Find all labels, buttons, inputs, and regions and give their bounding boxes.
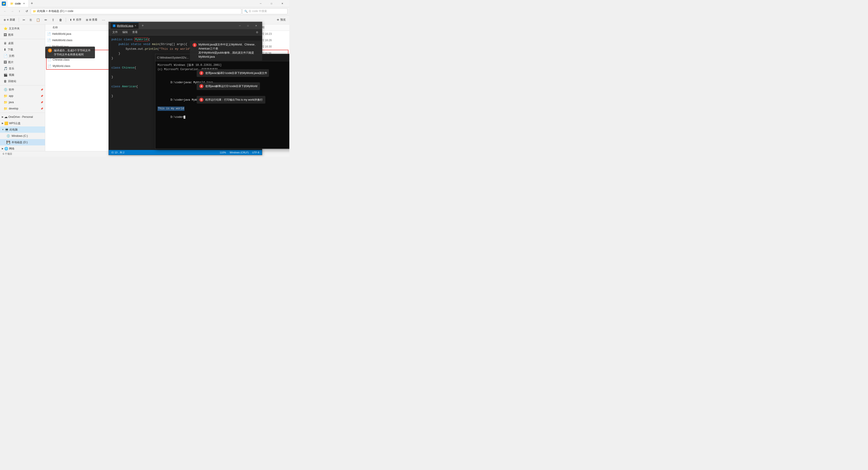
editor-zoom: 110%: [220, 151, 226, 154]
up-btn[interactable]: ↑: [16, 8, 23, 14]
file-name-1: HelloWorld.class: [52, 39, 72, 42]
maximize-btn[interactable]: □: [266, 0, 277, 7]
sidebar-label-videos: 视频: [9, 73, 14, 77]
ann-text-2: 使用javac编译D:\code目录下的MyWorld.java源文件: [205, 71, 267, 75]
explorer-tab[interactable]: 📁 code ✕: [7, 0, 29, 7]
sidebar-item-gallery[interactable]: 🖼 图库: [0, 32, 45, 38]
music-icon: 🎵: [4, 67, 7, 70]
sidebar-item-this-pc[interactable]: ▼ 💻 此电脑: [0, 126, 45, 133]
terminal-line-8: D:\code>: [158, 111, 289, 124]
editor-tab-close-btn[interactable]: ✕: [134, 24, 136, 27]
rename-icon: ✏: [44, 18, 47, 22]
sidebar-label-develop: develop: [9, 107, 18, 110]
ann-circle-3: 3: [48, 49, 52, 53]
forward-btn[interactable]: →: [9, 8, 16, 14]
address-text: 此电脑 > 本地磁盘 (D:) > code: [37, 9, 73, 13]
cut-btn[interactable]: ✂: [21, 16, 27, 24]
sidebar-item-pictures[interactable]: 🖼 图片: [0, 59, 45, 65]
new-tab-btn[interactable]: +: [29, 0, 35, 7]
more-icon: ···: [102, 18, 105, 22]
sidebar-item-local-d[interactable]: 💾 本地磁盘 (D:): [0, 139, 45, 145]
copy-btn[interactable]: ⎘: [28, 16, 33, 24]
sidebar-item-desktop[interactable]: 🖥 桌面: [0, 40, 45, 47]
back-btn[interactable]: ←: [2, 8, 8, 14]
drive-c-icon: 💿: [6, 134, 10, 138]
videos-icon: 🎬: [4, 73, 7, 77]
sidebar-item-wps[interactable]: ▶ 🟨 WPS云盘: [0, 120, 45, 126]
delete-btn[interactable]: 🗑: [57, 16, 64, 24]
annotation-3: 3 编译成功，生成3个字节码文件 字节码文件名和类名相同: [45, 47, 95, 58]
editor-statusbar: 行 13，列 2 110% Windows (CRLF) UTF-8: [109, 150, 262, 155]
preview-toggle[interactable]: 👁 预览: [275, 16, 287, 24]
annotation-5: 5 程序运行结果：打印输出This is my world并换行: [197, 96, 266, 104]
status-count: 6 个项目: [3, 152, 12, 156]
address-bar[interactable]: 📁 此电脑 > 本地磁盘 (D:) > code: [31, 8, 241, 14]
sidebar-item-onedrive[interactable]: ▶ ☁ OneDrive - Personal: [0, 114, 45, 120]
editor-menu-edit[interactable]: 编辑: [121, 30, 129, 35]
sidebar-label-home: 主文件夹: [9, 27, 20, 31]
sidebar-item-documents[interactable]: 📄 文档: [0, 53, 45, 59]
editor-menu-file[interactable]: 文件: [111, 30, 120, 35]
title-bar: 📁 📁 code ✕ + ─ □ ✕: [0, 0, 289, 7]
editor-maximize-btn[interactable]: □: [244, 22, 252, 29]
sidebar-item-windows-c[interactable]: 💿 Windows (C:): [0, 133, 45, 139]
minimize-btn[interactable]: ─: [255, 0, 266, 7]
editor-minimize-btn[interactable]: ─: [236, 22, 244, 29]
sidebar-item-music[interactable]: 🎵 音乐: [0, 65, 45, 72]
chevron-icon2: ▶: [2, 122, 3, 124]
new-btn[interactable]: ⊕ ⊕ 新建: [2, 16, 17, 24]
network-icon: 🌐: [4, 147, 8, 150]
editor-tab[interactable]: J MyWorld.java ✕: [111, 22, 138, 29]
gallery-icon: 🖼: [4, 33, 7, 37]
sidebar-label-onedrive: OneDrive - Personal: [8, 115, 33, 119]
tab-close-btn[interactable]: ✕: [22, 2, 26, 5]
wps-icon: 🟨: [4, 121, 8, 125]
sidebar-item-app[interactable]: 📁 app 📌: [0, 93, 45, 99]
search-bar[interactable]: 🔍 在 code 中搜索: [242, 8, 287, 14]
pictures-icon: 🖼: [4, 60, 7, 64]
sidebar-label-app: app: [9, 94, 13, 97]
sidebar-item-downloads[interactable]: ⬇ 下载: [0, 47, 45, 53]
home-icon: ⭐: [4, 27, 7, 30]
sidebar-item-java[interactable]: 📁 java 📌: [0, 99, 45, 106]
drive-d-icon: 💾: [6, 141, 10, 144]
editor-position: 行 13，列 2: [112, 151, 124, 154]
sort-btn[interactable]: ⬆ ⬆ 排序: [68, 16, 83, 24]
editor-new-tab-btn[interactable]: +: [140, 22, 146, 29]
terminal-line-1: Microsoft Windows [版本 10.0.22631.2861]: [158, 63, 289, 67]
share-btn[interactable]: ⇪: [50, 16, 56, 24]
sidebar-label-software: 软件: [9, 88, 14, 92]
chevron-icon3: ▼: [2, 128, 4, 131]
preview-label: 预览: [280, 18, 286, 22]
sidebar-item-software[interactable]: 💿 软件 📌: [0, 86, 45, 93]
sidebar-item-network[interactable]: ▶ 🌐 网络: [0, 145, 45, 151]
more-btn[interactable]: ···: [100, 16, 107, 24]
sidebar-item-recycle[interactable]: 🗑 回收站: [0, 78, 45, 84]
sort-label: ⬆ 排序: [73, 18, 81, 22]
preview-icon: 👁: [277, 18, 279, 22]
sidebar-label-pictures: 图片: [8, 60, 13, 64]
editor-menu-view[interactable]: 查看: [130, 30, 140, 35]
sidebar: ⭐ 主文件夹 🖼 图库 🖥 桌面 ⬇ 下载 📄 文档 🖼 图片: [0, 24, 45, 151]
editor-menu-file-label: 文件: [112, 30, 118, 34]
close-btn[interactable]: ✕: [277, 0, 287, 7]
chevron-icon: ▶: [2, 116, 3, 118]
ann-circle-5: 5: [199, 98, 204, 102]
editor-close-btn[interactable]: ✕: [252, 22, 260, 29]
view-btn[interactable]: ⊞ ⊞ 查看: [84, 16, 99, 24]
editor-menu-edit-label: 编辑: [122, 30, 128, 34]
paste-btn[interactable]: 📋: [34, 16, 42, 24]
pin-icon4: 📌: [40, 108, 43, 110]
editor-settings-btn[interactable]: ⚙: [254, 30, 260, 35]
refresh-btn[interactable]: ↺: [24, 8, 30, 14]
file-name-4: Chinese.class: [53, 58, 70, 61]
pc-icon: 💻: [5, 128, 8, 131]
sort-icon: ⬆: [70, 18, 72, 22]
sidebar-item-develop[interactable]: 📁 develop 📌: [0, 106, 45, 112]
ann-text-4: 使用java解释运行D:\code目录下的MyWorld: [205, 84, 257, 88]
terminal-prompt-3: D:\code>: [170, 116, 184, 119]
terminal-minimize-btn[interactable]: ─: [287, 55, 289, 60]
sidebar-item-videos[interactable]: 🎬 视频: [0, 72, 45, 78]
rename-btn[interactable]: ✏: [43, 16, 49, 24]
sidebar-item-quick-access[interactable]: ⭐ 主文件夹: [0, 25, 45, 32]
